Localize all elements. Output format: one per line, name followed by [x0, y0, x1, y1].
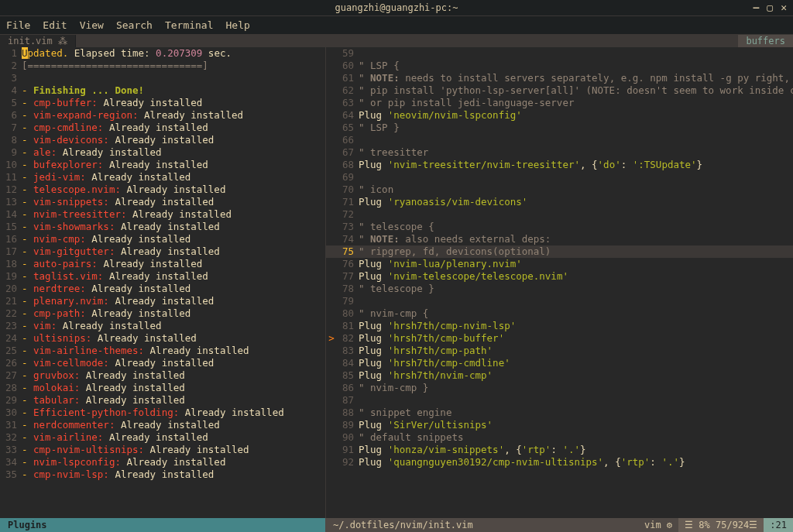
code-line[interactable]: 11- jedi-vim: Already installed: [0, 171, 325, 184]
gutter-marker: [326, 159, 337, 171]
code-line[interactable]: 75" ripgrep, fd, devicons(optional): [326, 245, 793, 258]
code-line[interactable]: 7- cmp-cmdline: Already installed: [0, 122, 325, 134]
code-line[interactable]: 2[==============================]: [0, 60, 325, 72]
gutter-marker: [326, 345, 337, 357]
maximize-icon[interactable]: ▢: [767, 2, 773, 13]
code-line[interactable]: 60" LSP {: [326, 60, 793, 72]
editor-area: 1Updated. Elapsed time: 0.207309 sec.2[=…: [0, 47, 793, 518]
code-line[interactable]: 12- telescope.nvim: Already installed: [0, 184, 325, 196]
minimize-icon[interactable]: —: [754, 2, 760, 13]
code-line[interactable]: 28- molokai: Already installed: [0, 382, 325, 394]
gutter-marker: [326, 245, 337, 258]
gutter-marker: [326, 221, 337, 233]
window-title: guangzhi@guangzhi-pc:~: [335, 2, 458, 13]
code-line[interactable]: 59: [326, 47, 793, 60]
code-line[interactable]: 83Plug 'hrsh7th/cmp-path': [326, 345, 793, 357]
code-line[interactable]: 33- cmp-nvim-ultisnips: Already installe…: [0, 444, 325, 456]
code-line[interactable]: 73" telescope {: [326, 221, 793, 233]
code-line[interactable]: 67" treesitter: [326, 146, 793, 159]
code-line[interactable]: 91Plug 'honza/vim-snippets', {'rtp': '.'…: [326, 444, 793, 456]
menu-edit[interactable]: Edit: [43, 19, 67, 31]
code-line[interactable]: 29- tabular: Already installed: [0, 394, 325, 407]
code-line[interactable]: 19- taglist.vim: Already installed: [0, 270, 325, 283]
code-line[interactable]: >82Plug 'hrsh7th/cmp-buffer': [326, 332, 793, 345]
code-line[interactable]: 84Plug 'hrsh7th/cmp-cmdline': [326, 357, 793, 369]
code-line[interactable]: 87: [326, 394, 793, 407]
tab-init-vim[interactable]: init.vim ⁂: [0, 35, 76, 47]
status-mode: Plugins: [0, 518, 325, 532]
code-line[interactable]: 89Plug 'SirVer/ultisnips': [326, 419, 793, 431]
menu-terminal[interactable]: Terminal: [165, 19, 214, 31]
close-icon[interactable]: ✕: [781, 2, 787, 13]
code-line[interactable]: 21- plenary.nvim: Already installed: [0, 295, 325, 307]
gutter-marker: [326, 394, 337, 407]
code-line[interactable]: 78" telescope }: [326, 283, 793, 295]
gutter-marker: [326, 208, 337, 221]
code-line[interactable]: 74" NOTE: also needs external deps:: [326, 233, 793, 245]
code-line[interactable]: 77Plug 'nvim-telescope/telescope.nvim': [326, 270, 793, 283]
pin-icon: ⁂: [58, 36, 67, 46]
right-code[interactable]: 5960" LSP {61" NOTE: needs to install se…: [326, 47, 793, 518]
code-line[interactable]: 88" snippet engine: [326, 407, 793, 419]
code-line[interactable]: 68Plug 'nvim-treesitter/nvim-treesitter'…: [326, 159, 793, 171]
code-line[interactable]: 5- cmp-buffer: Already installed: [0, 97, 325, 109]
code-line[interactable]: 26- vim-cellmode: Already installed: [0, 357, 325, 369]
code-line[interactable]: 16- nvim-cmp: Already installed: [0, 233, 325, 245]
code-line[interactable]: 31- nerdcommenter: Already installed: [0, 419, 325, 431]
code-line[interactable]: 72: [326, 208, 793, 221]
code-line[interactable]: 4- Finishing ... Done!: [0, 84, 325, 97]
code-line[interactable]: 34- nvim-lspconfig: Already installed: [0, 456, 325, 469]
code-line[interactable]: 27- gruvbox: Already installed: [0, 369, 325, 382]
gutter-marker: [326, 72, 337, 84]
code-line[interactable]: 69: [326, 171, 793, 184]
code-line[interactable]: 79: [326, 295, 793, 307]
menu-help[interactable]: Help: [226, 19, 250, 31]
code-line[interactable]: 70" icon: [326, 184, 793, 196]
code-line[interactable]: 25- vim-airline-themes: Already installe…: [0, 345, 325, 357]
menu-search[interactable]: Search: [116, 19, 153, 31]
left-pane[interactable]: 1Updated. Elapsed time: 0.207309 sec.2[=…: [0, 47, 325, 518]
code-line[interactable]: 66: [326, 134, 793, 146]
code-line[interactable]: 17- vim-gitgutter: Already installed: [0, 245, 325, 258]
code-line[interactable]: 15- vim-showmarks: Already installed: [0, 221, 325, 233]
code-line[interactable]: 24- ultisnips: Already installed: [0, 332, 325, 345]
code-line[interactable]: 71Plug 'ryanoasis/vim-devicons': [326, 196, 793, 208]
code-line[interactable]: 23- vim: Already installed: [0, 320, 325, 332]
code-line[interactable]: 35- cmp-nvim-lsp: Already installed: [0, 469, 325, 481]
tab-buffers[interactable]: buffers: [738, 35, 793, 47]
code-line[interactable]: 76Plug 'nvim-lua/plenary.nvim': [326, 258, 793, 270]
window-titlebar: guangzhi@guangzhi-pc:~ — ▢ ✕: [0, 0, 793, 16]
menu-view[interactable]: View: [80, 19, 104, 31]
gutter-marker: [326, 382, 337, 394]
code-line[interactable]: 22- cmp-path: Already installed: [0, 307, 325, 320]
left-code[interactable]: 1Updated. Elapsed time: 0.207309 sec.2[=…: [0, 47, 325, 518]
status-position: ☰ 8% 75/924☰: [678, 518, 764, 532]
code-line[interactable]: 64Plug 'neovim/nvim-lspconfig': [326, 109, 793, 122]
menu-file[interactable]: File: [6, 19, 30, 31]
code-line[interactable]: 80" nvim-cmp {: [326, 307, 793, 320]
code-line[interactable]: 85Plug 'hrsh7th/nvim-cmp': [326, 369, 793, 382]
code-line[interactable]: 8- vim-devicons: Already installed: [0, 134, 325, 146]
code-line[interactable]: 30- Efficient-python-folding: Already in…: [0, 407, 325, 419]
code-line[interactable]: 62" pip install 'python-lsp-server[all]'…: [326, 84, 793, 97]
code-line[interactable]: 1Updated. Elapsed time: 0.207309 sec.: [0, 47, 325, 60]
code-line[interactable]: 3: [0, 72, 325, 84]
code-line[interactable]: 61" NOTE: needs to install servers separ…: [326, 72, 793, 84]
code-line[interactable]: 65" LSP }: [326, 122, 793, 134]
code-line[interactable]: 10- bufexplorer: Already installed: [0, 159, 325, 171]
gutter-marker: [326, 60, 337, 72]
code-line[interactable]: 14- nvim-treesitter: Already installed: [0, 208, 325, 221]
right-pane[interactable]: 5960" LSP {61" NOTE: needs to install se…: [325, 47, 793, 518]
code-line[interactable]: 32- vim-airline: Already installed: [0, 431, 325, 444]
code-line[interactable]: 90" default snippets: [326, 431, 793, 444]
code-line[interactable]: 63" or pip install jedi-language-server: [326, 97, 793, 109]
code-line[interactable]: 18- auto-pairs: Already installed: [0, 258, 325, 270]
code-line[interactable]: 20- nerdtree: Already installed: [0, 283, 325, 295]
code-line[interactable]: 13- vim-snippets: Already installed: [0, 196, 325, 208]
code-line[interactable]: 86" nvim-cmp }: [326, 382, 793, 394]
code-line[interactable]: 9- ale: Already installed: [0, 146, 325, 159]
code-line[interactable]: 92Plug 'quangnguyen30192/cmp-nvim-ultisn…: [326, 456, 793, 469]
code-line[interactable]: 6- vim-expand-region: Already installed: [0, 109, 325, 122]
gutter-marker: [326, 146, 337, 159]
code-line[interactable]: 81Plug 'hrsh7th/cmp-nvim-lsp': [326, 320, 793, 332]
